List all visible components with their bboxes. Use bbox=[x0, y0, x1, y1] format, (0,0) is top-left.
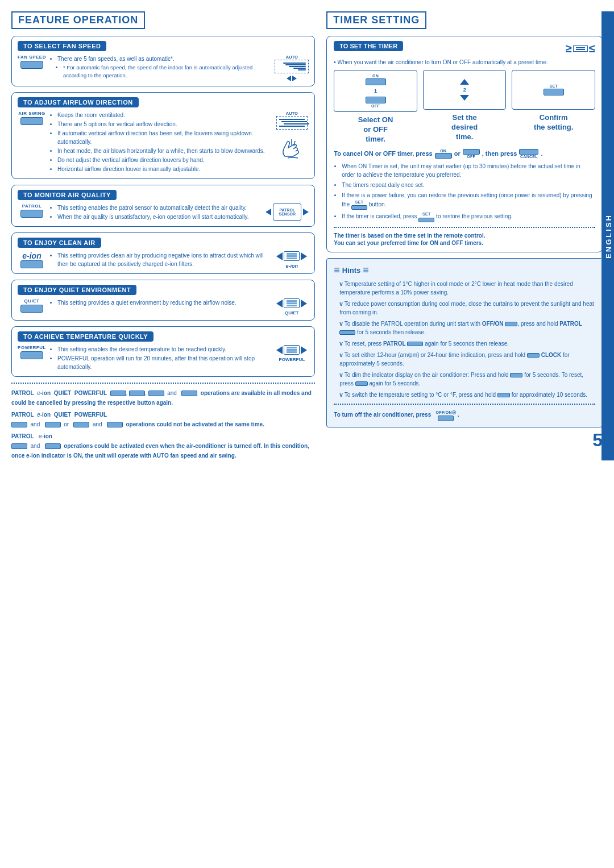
timer-step-1: ON 1 OFF Select ONor OFFtimer. bbox=[334, 70, 417, 144]
hints-lines-icon-right: ≡ bbox=[363, 264, 369, 276]
left-section-title: FEATURE OPERATION bbox=[11, 11, 145, 29]
quiet-header: TO ENJOY QUIET ENVIRONMENT bbox=[18, 285, 136, 295]
powerful-header: TO ACHIEVE TEMPERATURE QUICKLY bbox=[18, 331, 154, 342]
hint-7: To switch the temperature setting to °C … bbox=[339, 391, 595, 399]
fan-speed-label-area: FAN SPEED bbox=[18, 55, 46, 69]
eion-diagram: e-ion bbox=[275, 251, 309, 269]
hint-5: To set either 12-hour (am/pm) or 24-hour… bbox=[339, 351, 595, 368]
air-swing-label-area: AIR SWING bbox=[18, 111, 46, 125]
fan-speed-diagram: AUTO bbox=[275, 55, 309, 81]
timer-step-2: 2 Set thedesiredtime. bbox=[423, 70, 507, 142]
hints-list: Temperature setting of 1°C higher in coo… bbox=[334, 280, 595, 399]
eion-button[interactable] bbox=[20, 260, 43, 268]
operations-note: PATROL e-ion QUIET POWERFUL , , and oper… bbox=[11, 388, 315, 460]
eion-label-area: e-ion bbox=[18, 251, 46, 268]
timer-bold-note-2: You can set your preferred time for ON a… bbox=[334, 240, 595, 246]
right-column: TIMER SETTING TO SET THE TIMER ≥ ≤ • Whe… bbox=[326, 11, 603, 460]
fan-speed-bullet-1: There are 5 fan speeds, as well as autom… bbox=[57, 55, 270, 63]
timer-divider bbox=[334, 227, 595, 228]
quiet-bullets: This setting provides a quiet environmen… bbox=[51, 298, 270, 308]
quiet-diagram: QUIET bbox=[275, 298, 309, 315]
hint-4: To reset, press PATROL again for 5 secon… bbox=[339, 339, 595, 348]
air-swing-bullets: Keeps the room ventilated. There are 5 o… bbox=[51, 111, 270, 174]
fan-speed-label: FAN SPEED bbox=[18, 55, 46, 60]
powerful-label: POWERFUL bbox=[18, 345, 46, 350]
quiet-block: TO ENJOY QUIET ENVIRONMENT QUIET This se… bbox=[11, 280, 315, 321]
timer-step-3: SET Confirmthe setting. bbox=[512, 70, 595, 132]
page-number: 5 bbox=[326, 430, 603, 451]
timer-steps: ON 1 OFF Select ONor OFFtimer. bbox=[334, 70, 595, 144]
right-section-title: TIMER SETTING bbox=[326, 11, 426, 29]
patrol-label: PATROL bbox=[22, 203, 42, 209]
cancel-line: To cancel ON or OFF timer, press ON or O… bbox=[334, 149, 595, 159]
air-swing-diagram: AUTO bbox=[275, 111, 309, 160]
fan-speed-bullets: There are 5 fan speeds, as well as autom… bbox=[51, 55, 270, 81]
hint-6: To dim the indicator display on the air … bbox=[339, 371, 595, 388]
timer-header: TO SET THE TIMER bbox=[334, 41, 403, 51]
timer-step-2-label: Set thedesiredtime. bbox=[423, 113, 507, 142]
arrow-down-icon[interactable] bbox=[460, 95, 469, 101]
powerful-block: TO ACHIEVE TEMPERATURE QUICKLY POWERFUL … bbox=[11, 326, 315, 377]
quiet-button[interactable] bbox=[20, 305, 43, 313]
eion-label: e-ion bbox=[22, 251, 41, 260]
hint-3: To disable the PATROL operation during u… bbox=[339, 319, 595, 337]
timer-set-icon: ≥ ≤ bbox=[566, 42, 595, 55]
air-swing-label: AIR SWING bbox=[18, 111, 45, 116]
powerful-button[interactable] bbox=[20, 351, 43, 359]
patrol-header: TO MONITOR AIR QUALITY bbox=[18, 190, 117, 200]
fan-speed-bullet-2: * For automatic fan speed, the speed of … bbox=[63, 64, 270, 80]
quiet-label: QUIET bbox=[24, 298, 40, 304]
powerful-bullets: This setting enables the desired tempera… bbox=[51, 345, 270, 372]
fan-speed-block: TO SELECT FAN SPEED FAN SPEED There are … bbox=[11, 36, 315, 86]
english-sidebar: ENGLISH bbox=[601, 11, 614, 460]
air-swing-button[interactable] bbox=[20, 117, 43, 125]
powerful-diagram: POWERFUL bbox=[275, 345, 309, 362]
patrol-label-area: PATROL bbox=[18, 203, 46, 218]
patrol-button[interactable] bbox=[20, 210, 43, 218]
timer-block: TO SET THE TIMER ≥ ≤ • When you want the… bbox=[326, 36, 603, 252]
svg-line-1 bbox=[294, 141, 295, 146]
sidebar-label: ENGLISH bbox=[604, 214, 613, 259]
left-column: FEATURE OPERATION TO SELECT FAN SPEED FA… bbox=[11, 11, 315, 460]
patrol-block: TO MONITOR AIR QUALITY PATROL This setti… bbox=[11, 185, 315, 227]
timer-notes: When ON Timer is set, the unit may start… bbox=[334, 162, 595, 222]
timer-bold-note-1: The timer is based on the time set in th… bbox=[334, 232, 595, 239]
hints-divider bbox=[334, 404, 595, 405]
air-swing-block: TO ADJUST AIRFLOW DIRECTION AIR SWING Ke… bbox=[11, 92, 315, 179]
fan-speed-button[interactable] bbox=[20, 61, 43, 69]
eion-header: TO ENJOY CLEAN AIR bbox=[18, 238, 101, 248]
timer-step-1-label: Select ONor OFFtimer. bbox=[334, 115, 417, 144]
hint-1: Temperature setting of 1°C higher in coo… bbox=[339, 280, 595, 297]
arrow-up-icon[interactable] bbox=[460, 79, 469, 85]
operations-divider bbox=[11, 383, 315, 384]
bottom-note: To turn off the air conditioner, press O… bbox=[334, 409, 595, 421]
air-swing-header: TO ADJUST AIRFLOW DIRECTION bbox=[18, 97, 139, 107]
patrol-sensor-icon: PATROLSENSOR bbox=[265, 203, 309, 221]
eion-block: TO ENJOY CLEAN AIR e-ion This setting pr… bbox=[11, 232, 315, 274]
timer-step-3-label: Confirmthe setting. bbox=[512, 113, 595, 132]
hint-2: To reduce power consumption during cool … bbox=[339, 300, 595, 317]
hints-block: ≡ Hints ≡ Temperature setting of 1°C hig… bbox=[326, 258, 603, 427]
quiet-label-area: QUIET bbox=[18, 298, 46, 313]
eion-bullets: This setting provides clean air by produ… bbox=[51, 251, 270, 269]
hints-lines-icon: ≡ bbox=[334, 264, 340, 276]
patrol-bullets: This setting enables the patrol sensor t… bbox=[51, 203, 261, 222]
hints-title: ≡ Hints ≡ bbox=[334, 264, 595, 276]
powerful-label-area: POWERFUL bbox=[18, 345, 46, 359]
timer-intro: • When you want the air conditioner to t… bbox=[334, 59, 595, 65]
fan-speed-header: TO SELECT FAN SPEED bbox=[18, 41, 106, 51]
